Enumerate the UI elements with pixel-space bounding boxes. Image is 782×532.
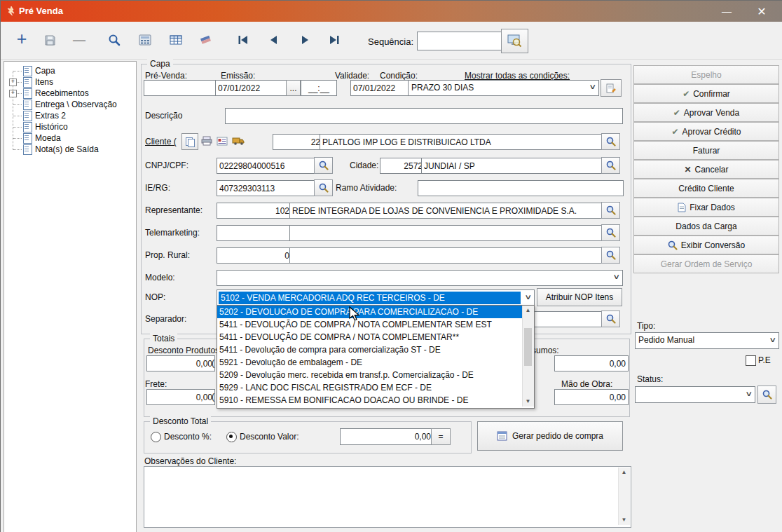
tipo-combobox[interactable]: Pedido Manual ∨ [635,332,779,349]
aprovar-venda-button[interactable]: ✔Aprovar Venda [633,103,779,122]
nav-first-button[interactable] [232,30,254,50]
nop-dropdown-item[interactable]: 5929 - LANC DOC FISCAL REGISTRADO EM ECF… [217,381,524,394]
cliente-copy-button[interactable] [181,133,198,150]
grid-button[interactable] [165,30,187,50]
cidade-search-button[interactable] [601,157,620,174]
cnpj-input[interactable] [217,158,317,174]
desconto-valor-input[interactable] [340,428,434,445]
ie-input[interactable] [217,180,317,196]
expand-plus-icon[interactable]: + [9,79,17,86]
cidade-name-input[interactable] [421,158,604,174]
insumos-input[interactable] [554,355,629,371]
observacoes-scrollbar[interactable]: ▲ ▼ [618,468,630,525]
scroll-down-icon[interactable]: ▼ [523,397,533,407]
edit-condicao-button[interactable] [601,79,622,97]
frete-input[interactable] [146,389,215,405]
scroll-up-icon[interactable]: ▲ [523,306,533,315]
desconto-pct-radio[interactable] [151,432,161,442]
ie-search-button[interactable] [314,179,333,196]
sequence-search-button[interactable] [501,29,528,53]
nop-dropdown-item[interactable]: 5202 - DEVOLUCAO DE COMPRA PARA COMERCIA… [217,306,524,318]
tree-item-extras2[interactable]: Extras 2 [4,110,136,121]
descricao-input[interactable] [225,108,623,124]
aprovar-credito-button[interactable]: ✔Aprovar Crédito [633,122,779,141]
cliente-print-button[interactable] [200,135,214,147]
observacoes-textarea[interactable]: ▲ ▼ [144,466,631,528]
cliente-name-input[interactable] [320,134,604,150]
separador-search-button[interactable] [601,311,620,327]
nop-dropdown-item[interactable]: 5411 - Devolução de compra para comercia… [217,343,524,356]
cliente-code-input[interactable] [273,134,323,150]
telemarketing-search-button[interactable] [601,224,620,241]
save-button[interactable] [39,30,61,50]
exibir-conversao-button[interactable]: Exibir Conversão [633,236,779,254]
representante-search-button[interactable] [601,202,620,219]
pe-checkbox[interactable] [746,355,756,366]
validade-input[interactable] [350,80,411,96]
cliente-delivery-button[interactable] [231,134,246,146]
modelo-combobox[interactable]: ∨ [217,270,623,286]
cliente-link[interactable]: Cliente ( [145,137,177,146]
scroll-up-icon[interactable]: ▲ [619,468,629,477]
calculator-button[interactable] [134,30,156,50]
fixar-dados-button[interactable]: Fixar Dados [633,198,779,217]
sequence-input[interactable] [417,32,502,50]
gerar-pedido-compra-button[interactable]: Gerar pedido de compra [477,421,623,451]
pre-venda-input[interactable] [144,80,219,96]
equals-button[interactable]: = [431,428,451,445]
mostrar-condicoes-link[interactable]: Mostrar todas as condições: [465,71,570,81]
tree-item-moeda[interactable]: Moeda [4,132,136,144]
add-button[interactable]: + [11,30,33,50]
emissao-picker-button[interactable]: ... [286,80,301,96]
representante-code-input[interactable] [217,203,292,219]
espelho-button[interactable]: Espelho [633,65,779,84]
prop-rural-search-button[interactable] [601,247,620,264]
nav-last-button[interactable] [323,30,345,50]
faturar-button[interactable]: Faturar [633,141,779,160]
desconto-valor-radio[interactable] [226,432,237,442]
tree-item-notas-saida[interactable]: Nota(s) de Saída [4,144,136,155]
telemarketing-name-input[interactable] [289,225,604,241]
dados-da-carga-button[interactable]: Dados da Carga [633,217,779,236]
cidade-code-input[interactable] [380,158,425,174]
nav-prev-button[interactable] [263,30,285,50]
eraser-button[interactable] [194,30,217,50]
telemarketing-code-input[interactable] [217,225,292,241]
scrollbar-thumb[interactable] [524,328,532,366]
tree-item-entrega-observacao[interactable]: Entrega \ Observação [4,99,136,110]
cliente-card-button[interactable] [215,135,229,147]
credito-cliente-button[interactable]: Crédito Cliente [633,179,779,198]
search-button[interactable] [103,30,125,50]
nop-dropdown-scrollbar[interactable]: ▲ ▼ [522,306,534,407]
close-button[interactable]: ✕ [746,1,777,22]
expand-plus-icon[interactable]: + [9,90,17,97]
status-search-button[interactable] [757,386,776,404]
prop-rural-name-input[interactable] [289,247,604,264]
cnpj-search-button[interactable] [314,157,333,174]
cancelar-button[interactable]: ✕Cancelar [633,160,779,179]
tree-item-historico[interactable]: Histórico [4,121,136,132]
tree-item-recebimentos[interactable]: +Recebimentos [4,88,136,99]
atribuir-nop-button[interactable]: Atribuir NOP Itens [537,288,622,306]
ramo-input[interactable] [418,180,624,196]
confirmar-button[interactable]: ✔Confirmar [633,84,779,103]
nop-dropdown-item[interactable]: 5921 - Devolução de embalagem - DE [217,356,524,369]
remove-button[interactable]: — [68,30,90,50]
prop-rural-code-input[interactable] [217,247,292,264]
emissao-time-input[interactable] [301,80,337,96]
scroll-down-icon[interactable]: ▼ [619,515,629,525]
minimize-button[interactable]: — [711,1,742,22]
nop-combobox[interactable]: 5102 - VENDA MERCADORIA ADQ REC TERCEIRO… [217,289,535,306]
desconto-produtos-input[interactable] [146,355,215,371]
condicao-combobox[interactable]: PRAZO 30 DIAS ∨ [408,80,599,96]
nop-dropdown-item[interactable]: 5209 - Devolução merc. recebida em trans… [217,369,524,381]
nop-dropdown-item[interactable]: 5910 - REMESSA EM BONIFICACAO DOACAO OU … [217,394,524,407]
gerar-ordem-servico-button[interactable]: Gerar Ordem de Serviço [633,254,779,273]
tree-item-capa[interactable]: Capa [4,65,136,76]
nav-next-button[interactable] [294,30,316,50]
mao-de-obra-input[interactable] [554,389,629,405]
emissao-input[interactable] [215,80,291,96]
cliente-search-button[interactable] [601,133,620,150]
status-combobox[interactable]: ∨ [635,386,755,403]
nop-dropdown-item[interactable]: 5411 - DEVOLUÇÃO DE COMPRA / NOTA COMPLE… [217,331,524,343]
